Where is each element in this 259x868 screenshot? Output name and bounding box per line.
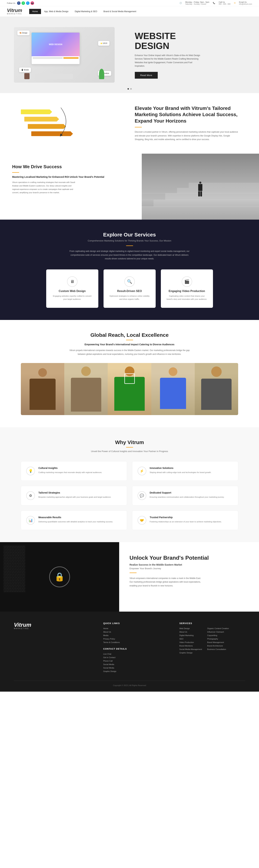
service-card-desc-2: Captivating video content that shares yo… [166,294,208,301]
whatsapp-icon[interactable]: ✆ [22,1,25,5]
footer-service-r-3[interactable]: Photography [207,638,229,640]
why-grid: 💡 Cultural Insights Crafting marketing m… [21,461,238,530]
why-card-content-4: Measurable Results Delivering quantifiab… [38,516,113,523]
drive-text-area: How We Drive Success Mastering Localised… [0,154,142,220]
follow-us-area: Follow Us f ✆ 𝕏 📷 [7,1,34,5]
services-section: Explore Our Services Comprehensive Marke… [0,220,259,320]
footer-contact-0[interactable]: Live Chat [103,653,169,655]
service-card-desc-0: Engaging websites expertly crafted to co… [51,294,93,301]
why-card-content-5: Trusted Partnership Fostering relationsh… [150,516,222,523]
elevate-title: Elevate Your Brand with Vitrum's Tailore… [135,105,238,124]
footer-logo-sub: MARKETING [14,627,93,629]
elevate-section: Elevate Your Brand with Vitrum's Tailore… [0,93,259,154]
follow-us-label: Follow Us [7,2,15,4]
instagram-icon[interactable]: 📷 [31,1,34,5]
footer-service-4[interactable]: Video Production [179,641,202,643]
email-icon: ✉ [234,2,235,4]
global-section: Global Reach, Local Excellence Empowerin… [0,320,259,427]
footer-link-home[interactable]: Home [103,627,169,629]
footer-link-privacy[interactable]: Privacy Policy [103,638,169,640]
unlock-text-area: Unlock Your Brand's Potential Realize Su… [119,542,259,612]
footer-link-terms[interactable]: Terms & Conditions [103,641,169,643]
footer-contact-5[interactable]: Graphic Design [103,670,169,672]
mockup-label: WEB DESIGN [49,43,62,45]
footer-service-7[interactable]: Graphic Design [179,652,202,654]
footer-quick-links-title: Quick Links [103,622,169,625]
services-title: Explore Our Services [14,232,245,238]
why-card-3: 💬 Dedicated Support Ensuring seamless co… [132,486,238,505]
footer-service-r-5[interactable]: Brand Architecture [207,645,229,647]
drive-section: How We Drive Success Mastering Localised… [0,154,259,220]
footer-contact-1[interactable]: Get in Contact [103,656,169,658]
why-icon-1: ⚡ [138,467,146,475]
footer-service-r-4[interactable]: Brand Management [207,641,229,643]
facebook-icon[interactable]: f [17,1,21,5]
service-card-1: 🔍 Result-Driven SEO Optimized strategies… [104,270,156,308]
hero-title: WEBSITE DESIGN [135,31,245,51]
footer-service-r-1[interactable]: Influencer Outreach [207,631,229,633]
nav-web[interactable]: App, Web & Media Design [41,9,72,14]
unlock-section: 0100100100100100100100100110010010010010… [0,542,259,612]
hours-sub: Saturday - Sunday: Closed [185,3,209,5]
footer-service-2[interactable]: Digital Marketing [179,634,202,637]
nav-digital[interactable]: Digital Marketing & SEO [71,9,100,14]
dot-2[interactable] [130,88,132,90]
unlock-sub2: Empower Your Brand's Journey [130,567,249,570]
footer-services: Services Web Design About Us Digital Mar… [179,622,245,674]
footer-service-r-2[interactable]: Copywriting [207,634,229,637]
footer-service-5[interactable]: Brand Mentions [179,645,202,647]
hero-description: Enhance Your Online Impact with Vitrum's… [135,54,201,68]
services-description: From captivating web design and strategi… [69,249,191,261]
why-card-content-2: Tailored Strategies Bespoke marketing ap… [38,491,111,499]
why-card-4: 📊 Measurable Results Delivering quantifi… [21,510,127,530]
elevate-divider [135,127,142,127]
why-icon-2: ⚙ [26,491,35,500]
hero-section: WEB DESIGN 🎨 Design 📱 Mobile ⭐ UI/UX 💡 C… [0,17,259,93]
why-subtitle: Unveil the Power of Cultural Insights an… [21,450,238,453]
service-card-title-0: Custom Web Design [51,289,93,293]
float-card-3: ⭐ UI/UX [98,41,110,45]
footer-contact-2[interactable]: Phone Call [103,660,169,662]
drive-background-image [142,154,259,220]
why-title: Why Vitrum [21,439,238,445]
why-card-desc-0: Crafting marketing messages that resonat… [38,471,102,474]
dot-1[interactable] [127,88,129,90]
twitter-icon[interactable]: 𝕏 [26,1,30,5]
logo-main: Vitrum [7,8,22,13]
footer-service-r-6[interactable]: Business Consultation [207,648,229,650]
footer-quick-links: Quick Links Home About Us Media Privacy … [103,622,169,674]
email-address: info@vitrum.com [239,3,252,5]
footer-service-0[interactable]: Web Design [179,627,202,629]
drive-subtitle: Mastering Localised Marketing for Enhanc… [12,176,130,178]
nav-brand[interactable]: Brand & Social Media Management [100,9,140,14]
phone-icon: 📞 [213,2,215,4]
hero-dots [127,88,132,90]
logo-area: Vitrum MARKETING [7,8,22,15]
why-card-1: ⚡ Innovative Solutions Staying ahead wit… [132,461,238,481]
hero-cta-button[interactable]: Read More [135,72,158,79]
drive-image-area [142,154,259,220]
why-card-title-3: Dedicated Support [150,491,224,494]
global-title: Global Reach, Local Excellence [21,332,238,338]
footer-contact-3[interactable]: Social Media [103,663,169,665]
footer-contact-4[interactable]: Social Media [103,667,169,669]
why-icon-4: 📊 [26,516,35,525]
footer-service-r-0[interactable]: Organic Content Creation [207,627,229,629]
services-subtitle: Comprehensive Marketing Solutions for Th… [14,239,245,242]
hero-mockup: WEB DESIGN 🎨 Design 📱 Mobile ⭐ UI/UX 💡 C… [14,27,115,83]
footer-service-1[interactable]: About Us [179,631,202,633]
nav-bar: Vitrum MARKETING Home App, Web & Media D… [0,6,259,17]
nav-home[interactable]: Home [29,9,41,14]
services-divider [126,245,133,246]
drive-description: Vitrum specializes in crafting marketing… [12,181,78,194]
footer-link-media[interactable]: Media [103,634,169,637]
footer-service-3[interactable]: SEO [179,638,202,640]
nav-items: Home App, Web & Media Design Digital Mar… [29,9,140,14]
why-card-desc-1: Staying ahead with cutting-edge tools an… [150,471,211,474]
footer-link-about[interactable]: About Us [103,631,169,633]
copyright-text: Copyright © 2023 | All Rights Reserved [113,684,146,686]
global-subtitle: Empowering Your Brand's International Im… [21,343,238,346]
footer-service-6[interactable]: Social Media Management [179,648,202,650]
arrows-visual [21,106,77,141]
call-label: Call Us [219,1,231,3]
